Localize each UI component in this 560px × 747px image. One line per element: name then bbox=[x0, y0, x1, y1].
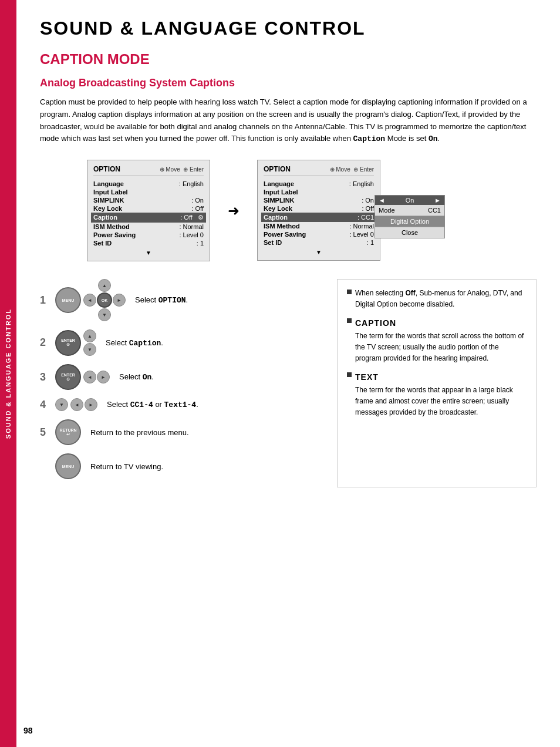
step-4: 4 ▼ ◄ ► Select CC1-4 or Text1-4. bbox=[40, 398, 319, 411]
side-label: SOUND & LANGUAGE CONTROL bbox=[0, 0, 16, 747]
menu-left-row-setid: Set ID : 1 bbox=[93, 239, 204, 247]
dropdown-close-button[interactable]: Close bbox=[375, 227, 444, 238]
dropdown-mode-row: Mode CC1 bbox=[375, 205, 444, 216]
menu-right-header: OPTION ⊕ Move ⊕ Enter bbox=[264, 165, 374, 176]
step-3: 3 ENTER⊙ ◄ ► Select On. bbox=[40, 364, 319, 390]
info-bullet-1: When selecting Off, Sub-menus for Analog… bbox=[347, 288, 527, 310]
step-5: 5 RETURN↩ Return to the previous menu. bbox=[40, 419, 319, 445]
step-5-text: Return to the previous menu. bbox=[90, 428, 189, 437]
menu-left-header: OPTION ⊕ Move ⊕ Enter bbox=[93, 165, 204, 176]
steps-area: 1 MENU ▲ ◄ OK ► ▼ Select OPTION. bbox=[40, 279, 537, 487]
nav-cluster-1: ▲ ◄ OK ► ▼ bbox=[83, 279, 126, 321]
info-panel: When selecting Off, Sub-menus for Analog… bbox=[337, 279, 537, 487]
menu-button: MENU bbox=[55, 287, 81, 313]
menu-right: OPTION ⊕ Move ⊕ Enter Language : English… bbox=[257, 160, 380, 261]
step-1-text: Select OPTION. bbox=[135, 295, 188, 305]
menu-right-row-setid: Set ID : 1 bbox=[264, 238, 374, 247]
menu-left-row-language: Language : English bbox=[93, 180, 204, 188]
menu-button-2: MENU bbox=[55, 453, 81, 479]
menu-right-row-language: Language : English bbox=[264, 180, 374, 188]
menu-right-row-keylock: Key Lock : Off bbox=[264, 204, 374, 213]
menus-area: OPTION ⊕ Move ⊕ Enter Language : English… bbox=[87, 160, 537, 261]
caption-dropdown: ◄ On ► Mode CC1 Digital Option Close bbox=[375, 195, 445, 238]
nav-right: ► bbox=[113, 294, 126, 307]
nav-left-3: ◄ bbox=[83, 371, 96, 383]
body-text: Caption must be provided to help people … bbox=[40, 96, 537, 146]
step-1: 1 MENU ▲ ◄ OK ► ▼ Select OPTION. bbox=[40, 279, 319, 321]
menu-right-row-ism: ISM Method : Normal bbox=[264, 222, 374, 230]
nav-down-2: ▼ bbox=[83, 343, 96, 356]
dropdown-on-row: ◄ On ► bbox=[375, 196, 444, 205]
steps-list: 1 MENU ▲ ◄ OK ► ▼ Select OPTION. bbox=[40, 279, 319, 487]
step-menu-icons: MENU bbox=[55, 453, 81, 479]
return-button: RETURN↩ bbox=[55, 419, 81, 445]
menu-right-container: OPTION ⊕ Move ⊕ Enter Language : English… bbox=[257, 160, 380, 261]
page-title: SOUND & LANGUAGE CONTROL bbox=[40, 18, 537, 39]
menu-left-row-inputlabel: Input Label bbox=[93, 188, 204, 196]
menu-left-row-caption: Caption : Off ⚙ bbox=[91, 213, 206, 223]
nav-cluster-3: ◄ ► bbox=[83, 371, 110, 383]
menu-right-row-powersaving: Power Saving : Level 0 bbox=[264, 230, 374, 238]
step-2: 2 ENTER⊙ ▲ ▼ Select Caption. bbox=[40, 329, 319, 356]
menu-left-row-simplink: SIMPLINK : On bbox=[93, 196, 204, 204]
step-5-icons: RETURN↩ bbox=[55, 419, 81, 445]
subsection-title: Analog Broadcasting System Captions bbox=[40, 77, 537, 89]
nav-cluster-4: ▼ bbox=[55, 398, 68, 411]
arrow-right-icon: ➜ bbox=[228, 203, 239, 219]
nav-left: ◄ bbox=[83, 294, 96, 307]
nav-up-2: ▲ bbox=[83, 329, 96, 342]
menu-left-row-powersaving: Power Saving : Level 0 bbox=[93, 231, 204, 239]
nav-cluster-2: ▲ ▼ bbox=[83, 329, 96, 356]
page-number: 98 bbox=[23, 726, 33, 735]
info-bullet-caption: CAPTION The term for the words that scro… bbox=[347, 317, 527, 365]
step-2-text: Select Caption. bbox=[106, 338, 163, 348]
menu-right-row-inputlabel: Input Label bbox=[264, 188, 374, 196]
nav-right-3: ► bbox=[97, 371, 110, 383]
bullet-icon-1 bbox=[347, 290, 352, 294]
step-3-text: Select On. bbox=[119, 372, 154, 382]
bullet-icon-text bbox=[347, 372, 352, 377]
nav-up: ▲ bbox=[98, 279, 111, 292]
step-1-icons: MENU ▲ ◄ OK ► ▼ bbox=[55, 279, 126, 321]
info-bullet-text: TEXT The term for the words that appear … bbox=[347, 371, 527, 419]
step-3-icons: ENTER⊙ ◄ ► bbox=[55, 364, 110, 390]
step-2-icons: ENTER⊙ ▲ ▼ bbox=[55, 329, 96, 356]
enter-center: OK bbox=[97, 292, 112, 308]
menu-right-row-caption: Caption : CC1 bbox=[261, 213, 376, 222]
bullet-icon-caption bbox=[347, 318, 352, 323]
nav-left-4: ◄ bbox=[70, 398, 83, 411]
nav-cluster-4b: ◄ ► bbox=[70, 398, 97, 411]
menu-left-row-ism: ISM Method : Normal bbox=[93, 223, 204, 231]
section-title: CAPTION MODE bbox=[40, 51, 537, 68]
nav-down-4: ▼ bbox=[55, 398, 68, 411]
menu-left: OPTION ⊕ Move ⊕ Enter Language : English… bbox=[87, 160, 210, 261]
nav-down: ▼ bbox=[98, 308, 111, 321]
dropdown-digital-option: Digital Option bbox=[375, 216, 444, 227]
step-4-icons: ▼ ◄ ► bbox=[55, 398, 97, 411]
enter-button-3: ENTER⊙ bbox=[55, 364, 81, 390]
enter-button-2: ENTER⊙ bbox=[55, 330, 81, 356]
menu-left-row-keylock: Key Lock : Off bbox=[93, 204, 204, 213]
step-4-text: Select CC1-4 or Text1-4. bbox=[107, 400, 198, 409]
menu-right-row-simplink: SIMPLINK : On bbox=[264, 196, 374, 204]
step-menu-text: Return to TV viewing. bbox=[90, 462, 163, 471]
step-menu: MENU Return to TV viewing. bbox=[40, 453, 319, 479]
nav-right-4: ► bbox=[85, 398, 97, 411]
